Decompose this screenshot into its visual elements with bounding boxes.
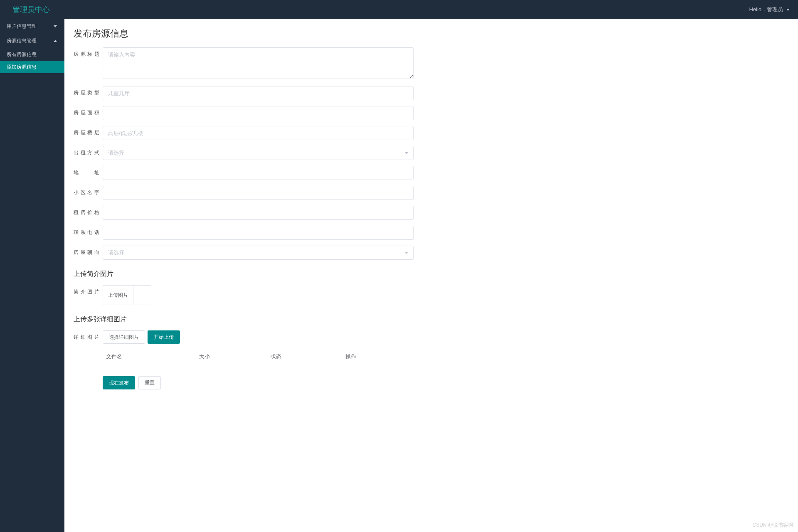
select-detail-image-button[interactable]: 选择详细图片 [103, 330, 145, 344]
upload-image-button[interactable]: 上传图片 [103, 285, 133, 305]
label-address: 地 址 [74, 166, 99, 176]
caret-down-icon [786, 9, 790, 11]
user-dropdown[interactable]: Hello，管理员 [749, 6, 790, 13]
page-title: 发布房源信息 [74, 27, 414, 40]
chevron-down-icon [54, 25, 57, 27]
row-address: 地 址 [74, 166, 414, 180]
row-simple-img: 简介图片 上传图片 [74, 285, 414, 305]
th-status: 状态 [267, 349, 342, 365]
sidebar-item-user-info[interactable]: 用户信息管理 [0, 19, 64, 34]
select-placeholder: 请选择 [108, 149, 124, 157]
brand-title: 管理员中心 [12, 5, 50, 15]
row-orientation: 房屋朝向 请选择 [74, 246, 414, 260]
row-price: 租房价格 [74, 206, 414, 220]
sidebar-sublabel: 添加房源信息 [7, 64, 37, 71]
row-type: 房屋类型 [74, 86, 414, 100]
sidebar-item-listing-info[interactable]: 房源信息管理 [0, 34, 64, 48]
row-rent-mode: 出租方式 请选择 [74, 146, 414, 160]
chevron-up-icon [54, 40, 57, 42]
phone-input[interactable] [103, 226, 414, 240]
label-simple-img: 简介图片 [74, 285, 99, 296]
row-area: 房屋面积 [74, 106, 414, 120]
publish-button[interactable]: 现在发布 [103, 376, 135, 389]
label-rent-mode: 出租方式 [74, 146, 99, 156]
price-input[interactable] [103, 206, 414, 220]
form-actions: 现在发布 重置 [103, 376, 414, 389]
row-community: 小区名字 [74, 186, 414, 200]
row-detail-img: 详细图片 选择详细图片 开始上传 文件名 大小 状态 操作 [74, 330, 414, 365]
header: 管理员中心 Hello，管理员 [0, 0, 798, 19]
reset-button[interactable]: 重置 [138, 376, 161, 389]
sidebar-label: 房源信息管理 [7, 37, 37, 44]
orientation-select[interactable]: 请选择 [103, 246, 414, 260]
label-area: 房屋面积 [74, 106, 99, 116]
floor-input[interactable] [103, 126, 414, 140]
row-phone: 联系电话 [74, 226, 414, 240]
greeting-text: Hello，管理员 [749, 6, 783, 13]
address-input[interactable] [103, 166, 414, 180]
sidebar-subitem-add-listing[interactable]: 添加房源信息 [0, 61, 64, 73]
community-input[interactable] [103, 186, 414, 200]
row-floor: 房屋楼层 [74, 126, 414, 140]
upload-table: 文件名 大小 状态 操作 [103, 349, 414, 365]
label-type: 房屋类型 [74, 86, 99, 96]
sidebar-label: 用户信息管理 [7, 23, 37, 30]
area-input[interactable] [103, 106, 414, 120]
section-title-detail-upload: 上传多张详细图片 [74, 315, 414, 324]
main-content: 发布房源信息 房源标题 房屋类型 房屋面积 房屋楼层 出租方式 请选择 [64, 19, 426, 402]
label-orientation: 房屋朝向 [74, 246, 99, 256]
type-input[interactable] [103, 86, 414, 100]
sidebar-subitem-all-listings[interactable]: 所有房源信息 [0, 48, 64, 61]
sidebar-sublabel: 所有房源信息 [7, 51, 37, 58]
start-upload-button[interactable]: 开始上传 [148, 330, 180, 344]
label-detail-img: 详细图片 [74, 330, 99, 341]
label-price: 租房价格 [74, 206, 99, 216]
sidebar: 用户信息管理 房源信息管理 所有房源信息 添加房源信息 [0, 19, 64, 402]
section-title-simple-upload: 上传简介图片 [74, 270, 414, 278]
rent-mode-select[interactable]: 请选择 [103, 146, 414, 160]
image-preview-box [133, 285, 151, 305]
select-placeholder: 请选择 [108, 249, 124, 256]
title-textarea[interactable] [103, 47, 414, 79]
row-title: 房源标题 [74, 47, 414, 80]
th-filename: 文件名 [103, 349, 196, 365]
label-title: 房源标题 [74, 47, 99, 58]
label-community: 小区名字 [74, 186, 99, 196]
th-size: 大小 [196, 349, 267, 365]
label-floor: 房屋楼层 [74, 126, 99, 136]
label-phone: 联系电话 [74, 226, 99, 236]
caret-down-icon [405, 252, 408, 254]
caret-down-icon [405, 152, 408, 154]
th-action: 操作 [342, 349, 414, 365]
